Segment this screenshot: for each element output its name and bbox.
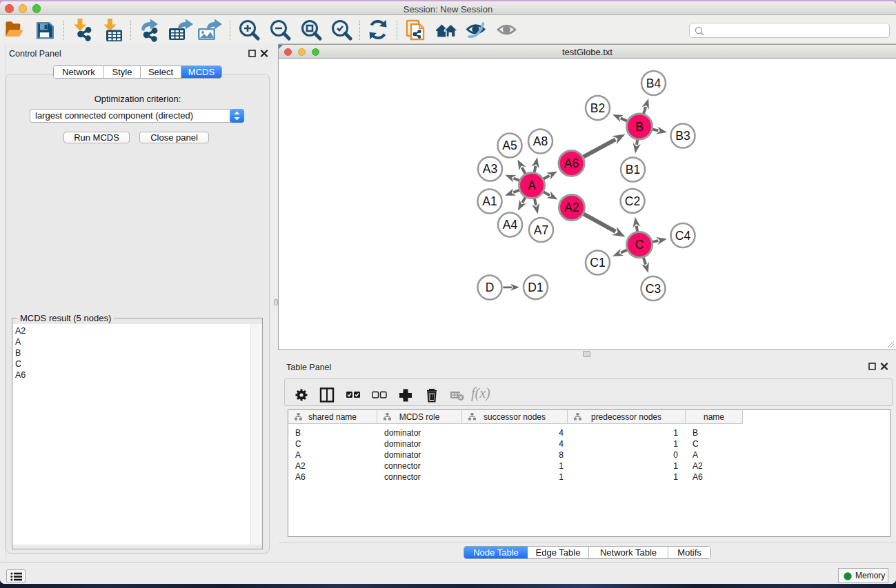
svg-text:A5: A5 (502, 139, 517, 152)
svg-text:A6: A6 (564, 156, 579, 170)
svg-text:C3: C3 (646, 282, 661, 296)
svg-text:A7: A7 (534, 223, 548, 237)
svg-text:C: C (635, 238, 644, 252)
svg-text:B3: B3 (675, 129, 690, 143)
svg-text:B1: B1 (626, 163, 640, 176)
svg-text:B2: B2 (590, 101, 605, 115)
svg-text:A2: A2 (564, 201, 579, 214)
svg-text:C4: C4 (675, 229, 691, 243)
svg-text:C1: C1 (590, 256, 605, 270)
svg-text:B4: B4 (646, 77, 661, 90)
svg-text:D: D (486, 281, 495, 294)
svg-text:A: A (528, 179, 536, 192)
svg-text:A1: A1 (482, 194, 497, 208)
svg-text:C2: C2 (625, 194, 640, 208)
svg-text:D1: D1 (528, 281, 543, 294)
svg-text:A4: A4 (503, 218, 518, 232)
svg-text:A8: A8 (533, 134, 548, 148)
svg-text:A3: A3 (483, 162, 497, 176)
svg-text:B: B (635, 120, 644, 134)
